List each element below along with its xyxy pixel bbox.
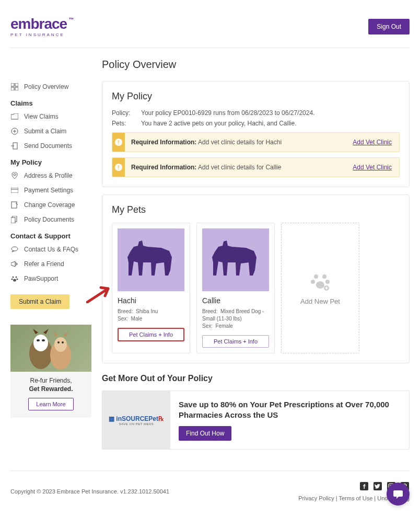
prescription-promo: ▦ inSOURCEPet℞ SAVE ON PET MEDS Save up … (102, 391, 410, 450)
sidebar-item-coverage[interactable]: Change Coverage (10, 198, 91, 212)
twitter-icon[interactable] (373, 481, 382, 491)
svg-point-24 (37, 339, 40, 341)
svg-rect-15 (11, 217, 15, 223)
chat-icon (10, 245, 19, 254)
svg-point-18 (16, 277, 17, 278)
promo-title: Save up to 80% on Your Pet Prescriptions… (179, 399, 401, 420)
sidebar-item-payment[interactable]: Payment Settings (10, 183, 91, 198)
logo-sub: PET INSURANCE (10, 32, 67, 37)
pets-grid: Hachi Breed: Shiba Inu Sex: Male Pet Cla… (112, 223, 400, 353)
sidebar-head-mypolicy: My Policy (10, 158, 91, 166)
paw-icon (10, 274, 19, 283)
dog-silhouette-icon (207, 236, 264, 283)
add-new-pet-card[interactable]: Add New Pet (281, 223, 359, 353)
sidebar-item-overview[interactable]: Policy Overview (10, 79, 91, 94)
dogs-illustration (20, 325, 83, 372)
plus-circle-icon (10, 127, 19, 135)
pet-name: Hachi (118, 296, 184, 305)
alert-icon: ! (112, 158, 125, 177)
pet-card-callie: Callie Breed: Mixed Breed Dog - Small (1… (196, 223, 275, 353)
logo-main: embrace (10, 16, 67, 32)
pet-image (118, 228, 184, 291)
sidebar-item-refer[interactable]: Refer a Friend (10, 257, 91, 271)
svg-rect-0 (11, 83, 14, 86)
alert-text: Required Information: Add vet clinic det… (131, 164, 346, 171)
svg-point-9 (14, 174, 16, 176)
svg-point-23 (33, 335, 48, 351)
promo-content: Save up to 80% on Your Pet Prescriptions… (170, 391, 409, 449)
alert-icon: ! (112, 133, 125, 152)
pet-name: Callie (202, 296, 269, 305)
logo[interactable]: embrace PET INSURANCE (10, 16, 67, 37)
sidebar-item-address[interactable]: Address & Profile (10, 168, 91, 183)
svg-point-33 (325, 280, 330, 284)
svg-rect-10 (11, 188, 18, 193)
sidebar: Policy Overview Claims View Claims Submi… (10, 59, 91, 450)
grid-icon (10, 83, 19, 91)
page-title: Policy Overview (102, 59, 410, 71)
dog-silhouette-icon (122, 236, 180, 283)
svg-rect-1 (15, 83, 18, 86)
sidebar-item-label: Submit a Claim (24, 128, 66, 135)
sidebar-item-label: Change Coverage (24, 201, 75, 209)
sidebar-item-policy-docs[interactable]: Policy Documents (10, 212, 91, 227)
sidebar-head-claims: Claims (10, 99, 91, 107)
edit-icon (10, 201, 19, 209)
header: embrace PET INSURANCE Sign Out (10, 0, 410, 48)
sidebar-item-label: PawSupport (24, 275, 58, 282)
svg-point-28 (57, 341, 60, 343)
folder-icon (10, 112, 19, 121)
alert-text: Required Information: Add vet clinic det… (131, 139, 346, 146)
policy-row: Policy: Your policy EP0010-6929 runs fro… (112, 109, 400, 117)
pets-row: Pets: You have 2 active pets on your pol… (112, 120, 400, 127)
chat-widget-button[interactable] (387, 483, 410, 506)
promo-image (10, 325, 91, 372)
svg-point-27 (54, 337, 67, 352)
privacy-link[interactable]: Privacy Policy (298, 495, 334, 501)
pet-image (202, 228, 269, 291)
facebook-icon[interactable] (359, 481, 369, 491)
documents-icon (10, 215, 19, 224)
sidebar-item-label: Address & Profile (24, 172, 73, 179)
my-policy-title: My Policy (112, 91, 400, 102)
sidebar-item-label: Policy Overview (24, 83, 68, 90)
sidebar-item-view-claims[interactable]: View Claims (10, 109, 91, 124)
sidebar-item-label: Refer a Friend (24, 260, 64, 268)
my-pets-title: My Pets (112, 204, 400, 215)
megaphone-icon (10, 260, 19, 268)
sign-out-button[interactable]: Sign Out (368, 19, 410, 35)
alert-callie: ! Required Information: Add vet clinic d… (112, 157, 400, 177)
terms-link[interactable]: Terms of Use (339, 495, 372, 501)
promo-brand-image: ▦ inSOURCEPet℞ SAVE ON PET MEDS (102, 391, 170, 449)
sidebar-item-label: Send Documents (24, 142, 72, 150)
pet-claims-button-callie[interactable]: Pet Claims + Info (202, 335, 269, 348)
promo-line1: Re-fur Friends, (10, 377, 91, 384)
svg-rect-2 (11, 87, 14, 90)
svg-point-32 (311, 280, 315, 284)
svg-point-20 (17, 279, 18, 280)
sidebar-item-submit-claim[interactable]: Submit a Claim (10, 124, 91, 139)
sidebar-item-label: Policy Documents (24, 216, 74, 223)
learn-more-button[interactable]: Learn More (28, 398, 73, 410)
paw-add-icon (310, 271, 331, 292)
my-policy-card: My Policy Policy: Your policy EP0010-692… (102, 81, 410, 187)
add-vet-clinic-link[interactable]: Add Vet Clinic (353, 164, 392, 171)
policy-label: Policy: (112, 109, 134, 117)
location-icon (10, 171, 19, 180)
svg-point-29 (62, 341, 64, 343)
document-send-icon (10, 142, 19, 150)
policy-text: Your policy EP0010-6929 runs from 06/28/… (141, 109, 314, 117)
card-icon (10, 186, 19, 194)
sidebar-item-send-docs[interactable]: Send Documents (10, 139, 91, 153)
svg-point-30 (314, 274, 318, 279)
pets-text: You have 2 active pets on your policy, H… (141, 120, 297, 127)
add-vet-clinic-link[interactable]: Add Vet Clinic (353, 139, 392, 146)
svg-rect-3 (15, 87, 18, 90)
pet-claims-button-hachi[interactable]: Pet Claims + Info (118, 328, 184, 341)
sidebar-item-pawsupport[interactable]: PawSupport (10, 271, 91, 286)
sidebar-item-contact[interactable]: Contact Us & FAQs (10, 242, 91, 257)
svg-point-19 (11, 279, 13, 280)
submit-claim-button[interactable]: Submit a Claim (10, 294, 69, 309)
svg-point-25 (42, 339, 45, 341)
find-out-button[interactable]: Find Out How (179, 426, 231, 441)
